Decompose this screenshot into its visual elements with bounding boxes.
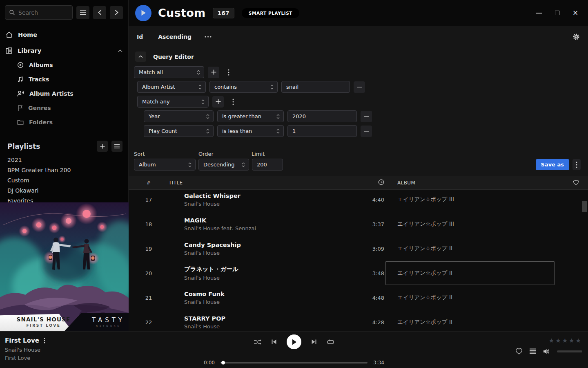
add-rule-button[interactable] xyxy=(208,67,219,78)
play-pause-button[interactable] xyxy=(287,334,301,349)
track-row[interactable]: 20 プラネット・ガールSnail's House 3:48 エイリアン☆ポップ… xyxy=(129,261,588,285)
main-content: Custom 167 SMART PLAYLIST × Id Ascending xyxy=(129,0,588,331)
match-type-select[interactable]: Match all xyxy=(134,66,204,78)
track-album[interactable]: エイリアン☆ポップ II xyxy=(388,245,564,252)
track-row[interactable]: 17 Galactic WhisperSnail's House 4:40 エイ… xyxy=(129,187,588,212)
shuffle-button[interactable] xyxy=(254,339,261,346)
rule-operator-select[interactable]: contains xyxy=(209,81,278,93)
add-playlist-button[interactable] xyxy=(97,141,108,152)
column-header-number[interactable]: # xyxy=(137,180,160,186)
seek-bar[interactable] xyxy=(220,362,368,364)
now-playing-album[interactable]: First Love xyxy=(5,355,45,361)
sidebar-item-genres[interactable]: Genres xyxy=(0,103,128,113)
now-playing-title[interactable]: First Love xyxy=(5,337,39,344)
more-options-button[interactable] xyxy=(205,36,212,38)
maximize-button[interactable] xyxy=(554,10,560,16)
rule-operator-select[interactable]: is less than xyxy=(217,125,284,137)
close-button[interactable]: × xyxy=(572,10,579,16)
play-playlist-button[interactable] xyxy=(135,5,151,21)
sidebar-item-albums[interactable]: Albums xyxy=(0,60,128,70)
track-row[interactable]: 22 STARRY POPSnail's House 4:28 エイリアン☆ポッ… xyxy=(129,310,588,331)
library-icon xyxy=(6,47,12,54)
add-rule-button[interactable] xyxy=(212,96,224,108)
menu-button[interactable] xyxy=(76,6,89,19)
sidebar-item-folders[interactable]: Folders xyxy=(0,117,128,128)
rating-stars[interactable]: ★★★★★ xyxy=(515,337,582,344)
now-playing-artist[interactable]: Snail's House xyxy=(5,347,45,353)
back-button[interactable] xyxy=(93,6,106,19)
repeat-icon xyxy=(327,339,334,345)
save-options-button[interactable] xyxy=(572,159,581,170)
rule-field-select[interactable]: Play Count xyxy=(144,125,214,137)
chevron-up-icon[interactable] xyxy=(118,49,122,52)
remove-rule-button[interactable] xyxy=(354,81,365,93)
track-row[interactable]: 19 Candy SpaceshipSnail's House 3:09 エイリ… xyxy=(129,236,588,261)
track-album[interactable]: エイリアン☆ポップ III xyxy=(388,196,564,203)
flag-icon xyxy=(17,105,23,111)
sidebar-item-library[interactable]: Library xyxy=(0,45,128,56)
search-input[interactable] xyxy=(5,5,73,20)
track-album[interactable]: エイリアン☆ポップ II xyxy=(388,319,564,326)
rule-field-select[interactable]: Year xyxy=(144,110,214,122)
playlist-item[interactable]: Custom xyxy=(0,175,128,186)
sort-direction-button[interactable]: Ascending xyxy=(158,34,192,40)
search-icon xyxy=(9,9,15,16)
page-title: Custom xyxy=(158,7,206,19)
rule-value-input[interactable] xyxy=(281,81,350,93)
track-row[interactable]: 21 Cosmo FunkSnail's House 4:48 エイリアン☆ポッ… xyxy=(129,285,588,310)
album-disc-icon xyxy=(17,62,24,68)
remove-rule-button[interactable] xyxy=(361,126,372,137)
forward-button[interactable] xyxy=(110,6,123,19)
column-header-favorite[interactable] xyxy=(564,180,588,186)
search-field[interactable] xyxy=(18,9,65,16)
seek-thumb[interactable] xyxy=(221,361,225,365)
playlist-item[interactable]: BPM Greater than 200 xyxy=(0,165,128,175)
match-type-select[interactable]: Match any xyxy=(137,96,209,108)
next-track-button[interactable] xyxy=(311,339,317,345)
save-as-button[interactable]: Save as xyxy=(536,159,569,170)
playlist-header: Custom 167 SMART PLAYLIST × xyxy=(129,0,588,26)
collapse-query-editor-button[interactable] xyxy=(135,52,146,62)
track-album[interactable]: エイリアン☆ポップ II xyxy=(388,294,564,301)
sidebar-item-label: Folders xyxy=(29,119,53,126)
now-playing-options-button[interactable] xyxy=(44,338,45,343)
track-rows: 17 Galactic WhisperSnail's House 4:40 エイ… xyxy=(129,187,588,331)
sidebar-item-home[interactable]: Home xyxy=(0,29,128,40)
rule-value-input[interactable] xyxy=(287,110,357,122)
playlist-item[interactable]: DJ Okawari xyxy=(0,186,128,196)
volume-button[interactable] xyxy=(543,348,550,355)
order-select[interactable]: Descending xyxy=(198,159,249,171)
artist-icon xyxy=(17,90,24,97)
settings-button[interactable] xyxy=(572,33,580,40)
sidebar-item-album-artists[interactable]: Album Artists xyxy=(0,88,128,99)
limit-input[interactable] xyxy=(252,159,283,171)
sort-field-button[interactable]: Id xyxy=(137,34,143,40)
minimize-button[interactable] xyxy=(535,10,542,16)
previous-track-button[interactable] xyxy=(271,339,277,345)
manage-playlists-button[interactable] xyxy=(111,141,122,152)
track-album[interactable]: エイリアン☆ポップ II xyxy=(388,269,564,277)
track-album[interactable]: エイリアン☆ポップ III xyxy=(388,220,564,228)
column-header-duration[interactable] xyxy=(359,179,388,186)
column-header-title[interactable]: TITLE xyxy=(160,180,359,186)
rule-value-input[interactable] xyxy=(287,125,357,137)
remove-rule-button[interactable] xyxy=(361,111,372,122)
sidebar-item-tracks[interactable]: Tracks xyxy=(0,74,128,85)
table-scrollbar[interactable] xyxy=(582,201,587,212)
queue-button[interactable] xyxy=(530,348,536,354)
sort-select[interactable]: Album xyxy=(134,159,196,171)
now-playing-album-art[interactable]: SNAIL'S HOUSE FIRST LOVE TASTY NETWORK xyxy=(0,202,129,331)
repeat-button[interactable] xyxy=(327,339,334,345)
select-arrows-icon xyxy=(201,99,205,105)
column-header-album[interactable]: ALBUM xyxy=(388,180,564,186)
group-options-button[interactable] xyxy=(227,96,239,108)
favorite-button[interactable] xyxy=(515,348,523,355)
track-row[interactable]: 18 MAGIKSnail's House feat. Sennzai 3:37… xyxy=(129,212,588,236)
album-art-title: FIRST LOVE xyxy=(6,323,81,328)
volume-slider[interactable] xyxy=(557,350,582,352)
rule-operator-select[interactable]: is greater than xyxy=(217,110,284,122)
group-options-button[interactable] xyxy=(223,67,234,78)
rule-field-select[interactable]: Album Artist xyxy=(137,81,206,93)
album-art-illustration xyxy=(0,202,129,331)
playlist-item[interactable]: 2021 xyxy=(0,155,128,165)
